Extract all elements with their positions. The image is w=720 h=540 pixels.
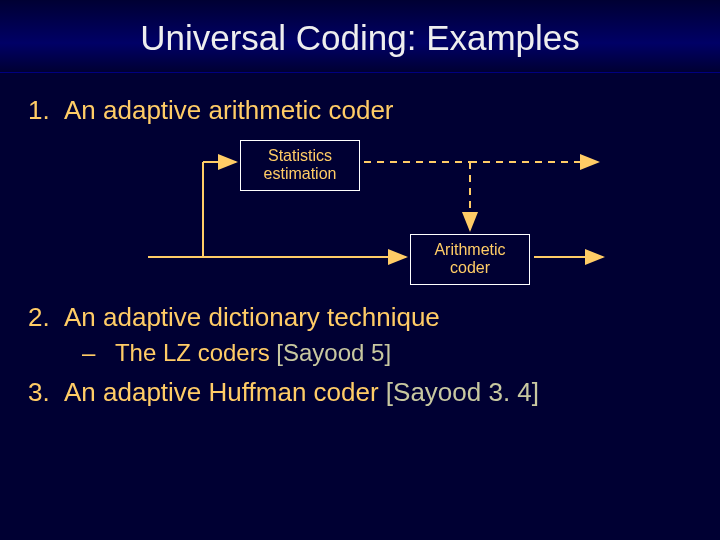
list-item-3: 3. An adaptive Huffman coder [Sayood 3. … (28, 377, 692, 408)
box-arithmetic-coder: Arithmetic coder (410, 234, 530, 285)
list-number: 1. (28, 95, 64, 126)
box-label: coder (421, 259, 519, 277)
list-number: 3. (28, 377, 64, 408)
sub-item-lz: – The LZ coders [Sayood 5] (82, 339, 692, 367)
box-label: Statistics (251, 147, 349, 165)
sub-dash: – (82, 339, 95, 366)
list-text: An adaptive Huffman coder [Sayood 3. 4] (64, 377, 692, 408)
slide-content: 1. An adaptive arithmetic coder (0, 73, 720, 408)
box-label: estimation (251, 165, 349, 183)
box-label: Arithmetic (421, 241, 519, 259)
list-text: An adaptive arithmetic coder (64, 95, 692, 126)
list-number: 2. (28, 302, 64, 333)
sub-text: The LZ coders (115, 339, 276, 366)
list-text: An adaptive dictionary technique (64, 302, 692, 333)
list-item-1: 1. An adaptive arithmetic coder (28, 95, 692, 126)
box-statistics-estimation: Statistics estimation (240, 140, 360, 191)
reference: [Sayood 5] (276, 339, 391, 366)
reference: [Sayood 3. 4] (386, 377, 539, 407)
diagram-adaptive-arithmetic: Statistics estimation Arithmetic coder (28, 132, 692, 292)
diagram-arrows (28, 132, 692, 292)
list-item-2: 2. An adaptive dictionary technique (28, 302, 692, 333)
item-text: An adaptive Huffman coder (64, 377, 386, 407)
title-bar: Universal Coding: Examples (0, 0, 720, 73)
slide-title: Universal Coding: Examples (0, 18, 720, 58)
